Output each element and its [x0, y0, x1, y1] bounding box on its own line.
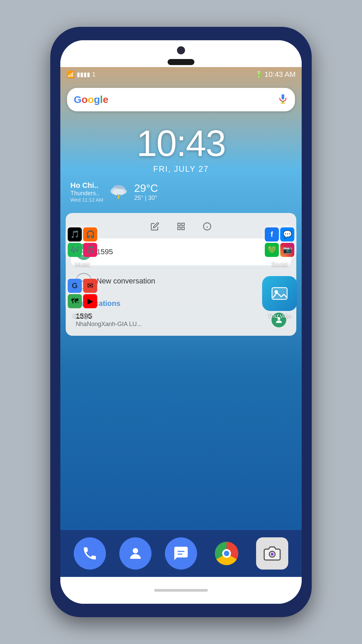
front-camera	[177, 46, 185, 54]
screen: 📶 ▮▮▮▮ 1 🔋 10:43 AM Google	[60, 67, 302, 577]
contact-number: 1595	[97, 248, 278, 256]
dock-camera-button[interactable]	[256, 537, 288, 570]
google-folder-label: Google	[73, 312, 92, 319]
status-time: 10:43 AM	[264, 70, 296, 79]
google-folder[interactable]: G ✉ 🗺 ▶ Google	[65, 276, 100, 319]
weather-temperature: 29°C 25° | 30°	[134, 182, 158, 202]
notification-number: 1595	[76, 312, 267, 321]
new-conversation-row[interactable]: + New conversation ≡	[71, 268, 291, 294]
notifications-title: Notifications	[76, 299, 286, 308]
dock-phone-button[interactable]	[74, 537, 106, 570]
notification-text: 1595 NhaNongXanh-GIA LU...	[76, 312, 267, 328]
earpiece	[168, 59, 194, 65]
weather-icon	[109, 180, 129, 203]
battery-icon: 🔋	[255, 71, 262, 78]
phone-screen-container: 📶 ▮▮▮▮ 1 🔋 10:43 AM Google	[60, 40, 302, 604]
weather-condition: Thunders..	[70, 190, 103, 197]
social-folder[interactable]: f 💬 💚 📷 Social	[262, 225, 297, 268]
signal-label: 1	[92, 71, 96, 78]
clock-time: 10:43	[60, 125, 302, 162]
google-logo: Google	[74, 94, 108, 105]
home-indicator	[154, 589, 208, 592]
svg-rect-12	[182, 227, 184, 230]
new-conversation-label: New conversation	[97, 277, 278, 285]
music-folder-label: Music	[74, 261, 90, 268]
status-right: 🔋 10:43 AM	[255, 70, 296, 79]
status-left: 📶 ▮▮▮▮ 1	[66, 70, 96, 78]
widget-header	[71, 218, 291, 234]
bottom-dock	[60, 530, 302, 577]
weather-location: Ho Chi.. Thunders.. Wed 11:12 AM	[70, 181, 103, 203]
widget-edit-button[interactable]	[147, 218, 163, 234]
weather-temp-range: 25° | 30°	[134, 195, 158, 202]
notifications-section: Notifications 1595 NhaNongXanh-GIA LU...	[71, 295, 291, 330]
google-search-bar[interactable]: Google	[67, 88, 295, 111]
gallery-label: Thư viện	[267, 312, 291, 320]
gallery-app[interactable]: Thư viện	[262, 276, 297, 320]
notification-item[interactable]: 1595 NhaNongXanh-GIA LU...	[76, 312, 286, 328]
svg-rect-18	[272, 288, 287, 300]
svg-rect-0	[282, 94, 284, 99]
dock-messages-button[interactable]	[165, 537, 197, 570]
notification-sender: NhaNongXanh-GIA LU...	[76, 321, 267, 328]
wifi-icon: 📶	[66, 70, 75, 78]
svg-rect-11	[178, 227, 180, 230]
phone-device: 📶 ▮▮▮▮ 1 🔋 10:43 AM Google	[50, 27, 312, 617]
dock-chrome-button[interactable]	[210, 537, 243, 570]
svg-point-6	[113, 189, 125, 196]
svg-point-20	[133, 548, 138, 553]
status-bar: 📶 ▮▮▮▮ 1 🔋 10:43 AM	[60, 67, 302, 82]
contact-row[interactable]: 1595 ≡	[71, 238, 291, 265]
dock-contacts-button[interactable]	[119, 537, 152, 570]
svg-point-24	[271, 553, 274, 556]
top-bezel	[60, 40, 302, 67]
widget-info-button[interactable]	[199, 218, 215, 234]
google-mic-icon[interactable]	[278, 93, 288, 106]
weather-time: Wed 11:12 AM	[70, 197, 103, 203]
music-folder[interactable]: 🎵 🎧 🎶 🎵 Music	[65, 225, 100, 268]
weather-city: Ho Chi..	[70, 181, 103, 190]
svg-rect-10	[182, 223, 184, 226]
bottom-bezel	[60, 577, 302, 604]
svg-rect-9	[178, 223, 180, 226]
clock-widget: 10:43 FRI, JULY 27	[60, 125, 302, 174]
social-folder-label: Social	[271, 261, 288, 268]
weather-widget: Ho Chi.. Thunders.. Wed 11:12 AM	[70, 180, 292, 203]
chrome-icon	[215, 542, 238, 565]
messages-widget-card: 1595 ≡ + New conversation ≡ Notification…	[66, 213, 296, 336]
widget-grid-button[interactable]	[173, 218, 189, 234]
clock-date: FRI, JULY 27	[60, 164, 302, 174]
signal-icon: ▮▮▮▮	[77, 71, 90, 78]
weather-temp-main: 29°C	[134, 182, 158, 195]
